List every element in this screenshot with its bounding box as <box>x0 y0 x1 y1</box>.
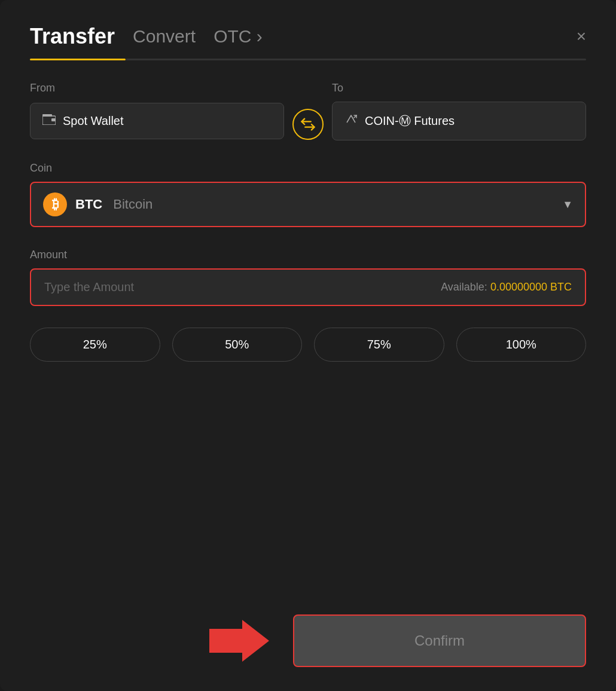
svg-rect-2 <box>51 118 56 121</box>
coin-section: Coin ₿ BTC Bitcoin ▼ <box>30 162 586 227</box>
from-col: Spot Wallet <box>30 103 284 139</box>
inactive-tab-line <box>126 59 586 60</box>
available-text: Available: 0.00000000 BTC <box>441 281 572 293</box>
from-to-labels: From To <box>30 82 586 102</box>
close-button[interactable]: × <box>577 28 586 45</box>
svg-marker-3 <box>209 620 269 662</box>
from-to-section: From To Spot Wallet <box>30 82 586 140</box>
tab-underline <box>30 59 586 60</box>
from-to-row: Spot Wallet <box>30 102 586 140</box>
to-col: COIN-Ⓜ Futures <box>332 102 586 140</box>
futures-icon <box>344 113 358 129</box>
btc-icon: ₿ <box>43 192 67 216</box>
pct-75-button[interactable]: 75% <box>314 328 444 362</box>
transfer-modal: Transfer Convert OTC › × From To <box>0 0 616 691</box>
chevron-down-icon: ▼ <box>562 198 573 211</box>
pct-50-button[interactable]: 50% <box>172 328 303 362</box>
svg-rect-1 <box>42 114 52 117</box>
amount-box: Type the Amount Available: 0.00000000 BT… <box>30 268 586 306</box>
to-label: To <box>332 82 586 94</box>
coin-symbol: BTC <box>75 197 102 212</box>
amount-placeholder[interactable]: Type the Amount <box>44 280 134 294</box>
header-title: Transfer <box>30 24 115 49</box>
coin-label: Coin <box>30 162 586 175</box>
to-wallet-name: COIN-Ⓜ Futures <box>365 113 455 129</box>
swap-col <box>284 103 332 140</box>
modal-header: Transfer Convert OTC › × <box>30 24 586 49</box>
from-label: From <box>30 82 284 94</box>
from-wallet-name: Spot Wallet <box>63 114 124 128</box>
coin-full-name: Bitcoin <box>113 197 153 212</box>
wallet-icon <box>42 114 56 128</box>
available-amount: 0.00000000 BTC <box>490 281 572 293</box>
coin-selector[interactable]: ₿ BTC Bitcoin ▼ <box>30 182 586 227</box>
tab-otc[interactable]: OTC › <box>214 26 263 47</box>
amount-label: Amount <box>30 249 586 261</box>
swap-button[interactable] <box>292 109 324 140</box>
pct-100-button[interactable]: 100% <box>456 328 587 362</box>
available-label: Available: <box>441 281 487 293</box>
active-tab-indicator <box>30 59 126 60</box>
from-wallet-box[interactable]: Spot Wallet <box>30 103 284 139</box>
confirm-area: Confirm <box>30 614 586 667</box>
arrow-indicator <box>209 617 269 665</box>
amount-section: Amount Type the Amount Available: 0.0000… <box>30 249 586 306</box>
pct-25-button[interactable]: 25% <box>30 328 160 362</box>
confirm-btn-wrapper: Confirm <box>293 614 586 667</box>
percentage-row: 25% 50% 75% 100% <box>30 328 586 362</box>
tab-convert[interactable]: Convert <box>133 26 196 47</box>
to-wallet-box[interactable]: COIN-Ⓜ Futures <box>332 102 586 140</box>
confirm-button[interactable]: Confirm <box>293 614 586 667</box>
